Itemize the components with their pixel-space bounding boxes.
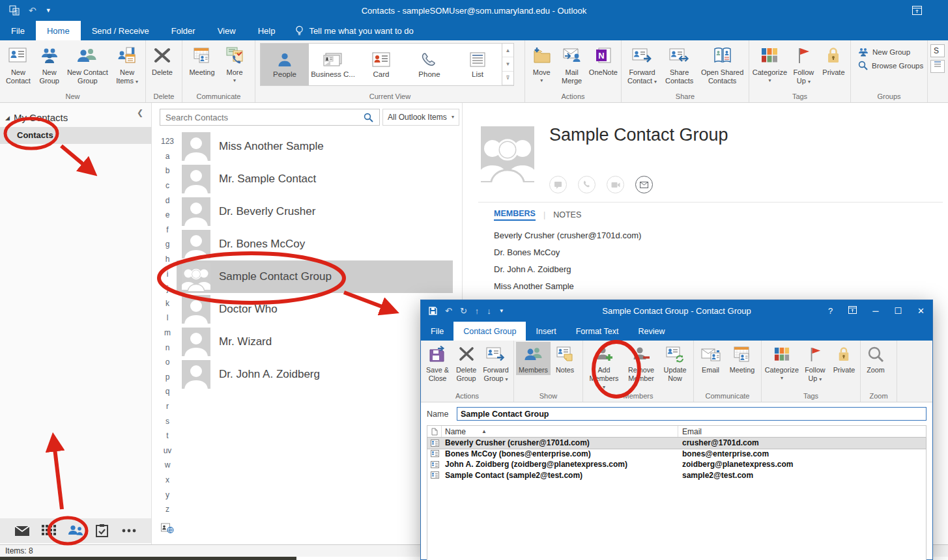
alphabet-letter[interactable]: b	[165, 163, 170, 178]
alphabet-letter[interactable]: e	[165, 208, 170, 223]
browse-groups-button[interactable]: Browse Groups	[853, 59, 928, 72]
move-button[interactable]: Move ▾	[527, 42, 556, 84]
tab-members[interactable]: MEMBERS	[494, 209, 536, 221]
new-items-button[interactable]: New Items ▾	[111, 42, 143, 86]
alphabet-letter[interactable]: uv	[164, 443, 172, 458]
redo-icon[interactable]: ↻	[460, 306, 467, 316]
down-arrow-icon[interactable]: ↓	[487, 306, 491, 316]
undo-icon[interactable]: ↶	[445, 306, 452, 316]
tab-help[interactable]: Help	[247, 21, 287, 40]
header-doc-icon[interactable]	[427, 426, 442, 437]
view-card[interactable]: Card	[357, 44, 405, 85]
dialog-tab-contact-group[interactable]: Contact Group	[453, 322, 526, 341]
gallery-scroll-up-icon[interactable]: ▲	[502, 44, 513, 57]
call-action-icon[interactable]	[578, 176, 596, 193]
member-item[interactable]: Dr. John A. Zoidberg	[494, 264, 641, 274]
tab-notes[interactable]: NOTES	[553, 210, 581, 219]
meeting-button[interactable]: Meeting	[184, 42, 220, 77]
chat-action-icon[interactable]	[549, 176, 567, 193]
member-table-row[interactable]: John A. Zoidberg (zoidberg@planetexpress…	[427, 459, 926, 470]
forward-contact-button[interactable]: Forward Contact ▾	[624, 42, 661, 86]
tab-send-receive[interactable]: Send / Receive	[81, 21, 160, 40]
save-icon[interactable]	[429, 307, 437, 315]
alphabet-letter[interactable]: o	[165, 355, 170, 370]
alphabet-letter[interactable]: g	[165, 237, 170, 252]
contact-row[interactable]: Dr. Bones McCoy	[177, 228, 453, 260]
maximize-icon[interactable]: ☐	[894, 306, 902, 316]
alphabet-letter[interactable]: c	[165, 178, 169, 193]
contact-row[interactable]: Mr. Wizard	[177, 326, 453, 358]
dialog-tab-format-text[interactable]: Format Text	[566, 322, 629, 341]
search-scope-dropdown[interactable]: All Outlook Items ▾	[382, 109, 459, 126]
tell-me-box[interactable]: Tell me what you want to do	[286, 21, 422, 40]
tasks-nav-icon[interactable]	[91, 521, 113, 540]
member-item[interactable]: Dr. Bones McCoy	[494, 247, 641, 257]
search-contacts-input[interactable]	[160, 113, 358, 122]
alphabet-letter[interactable]: 123	[161, 134, 174, 149]
gallery-more-icon[interactable]: ⊽	[502, 72, 513, 85]
delete-button[interactable]: Delete	[148, 42, 177, 77]
add-members-button[interactable]: Add Members ▾	[585, 342, 623, 391]
update-now-button[interactable]: Update Now	[659, 342, 691, 383]
tab-folder[interactable]: Folder	[160, 21, 207, 40]
zoom-button[interactable]: Zoom	[863, 342, 889, 375]
contact-row[interactable]: Mr. Sample Contact	[177, 163, 453, 195]
ribbon-display-options-icon[interactable]	[912, 6, 922, 15]
new-group-small-button[interactable]: New Group	[853, 46, 915, 59]
contact-row-selected[interactable]: Sample Contact Group	[177, 260, 453, 293]
tab-view[interactable]: View	[207, 21, 247, 40]
search-contacts-box[interactable]	[160, 109, 380, 126]
view-phone[interactable]: Phone	[405, 44, 453, 85]
view-business-card[interactable]: Business C...	[309, 44, 357, 85]
alphabet-letter[interactable]: w	[165, 458, 171, 473]
alphabet-letter[interactable]: x	[165, 473, 169, 488]
alphabet-letter[interactable]: s	[165, 413, 169, 428]
contact-row[interactable]: Dr. Beverly Crusher	[177, 195, 453, 228]
member-table-row[interactable]: Beverly Crusher (crusher@1701d.com) crus…	[427, 438, 926, 449]
column-header-name[interactable]: Name ▲	[442, 426, 678, 437]
new-contact-button[interactable]: New Contact	[2, 42, 35, 86]
members-show-button[interactable]: Members	[516, 342, 551, 375]
contact-row[interactable]: Miss Another Sample	[177, 130, 453, 163]
close-icon[interactable]: ✕	[917, 306, 925, 316]
more-nav-icon[interactable]	[118, 521, 140, 540]
remove-member-button[interactable]: Remove Member	[623, 342, 659, 383]
categorize-button[interactable]: Categorize ▾	[751, 42, 788, 84]
view-people[interactable]: People	[261, 44, 309, 85]
dialog-private-button[interactable]: Private	[830, 342, 858, 375]
private-button[interactable]: Private	[819, 42, 848, 77]
alphabet-letter[interactable]: j	[167, 281, 169, 296]
alphabet-letter[interactable]: d	[165, 193, 170, 208]
member-item[interactable]: Beverly Crusher (crusher@1701d.com)	[494, 231, 641, 240]
member-table-row[interactable]: Bones McCoy (bones@enterprise.com) bones…	[427, 449, 926, 460]
delete-group-button[interactable]: Delete Group	[452, 342, 480, 383]
member-item[interactable]: Miss Another Sample	[494, 281, 641, 291]
customize-qat-icon[interactable]: ▼	[499, 308, 504, 314]
email-button[interactable]: Email	[696, 342, 725, 375]
dialog-categorize-button[interactable]: Categorize ▾	[764, 342, 800, 382]
alphabet-letter[interactable]: f	[166, 223, 168, 238]
alphabet-letter[interactable]: q	[165, 384, 170, 399]
mail-merge-button[interactable]: Mail Merge	[556, 42, 587, 86]
save-close-button[interactable]: Save & Close	[423, 342, 452, 383]
contact-row[interactable]: Dr. John A. Zoidberg	[177, 358, 453, 391]
group-name-input[interactable]	[457, 407, 926, 421]
more-button[interactable]: More ▾	[220, 42, 250, 84]
alphabet-letter[interactable]: y	[165, 487, 169, 502]
alphabet-letter[interactable]: l	[167, 311, 169, 326]
video-action-icon[interactable]	[607, 176, 624, 193]
alphabet-letter[interactable]: h	[165, 252, 170, 267]
onenote-button[interactable]: N OneNote	[588, 42, 619, 77]
alphabet-letter[interactable]: k	[165, 296, 169, 311]
alphabet-letter[interactable]: p	[165, 370, 170, 385]
forward-group-button[interactable]: Forward Group ▾	[480, 342, 511, 383]
member-table-row[interactable]: Sample Contact (sample2@test.com) sample…	[427, 470, 926, 481]
column-header-email[interactable]: Email	[678, 427, 926, 436]
dialog-meeting-button[interactable]: Meeting	[725, 342, 759, 375]
tab-file[interactable]: File	[0, 21, 36, 40]
alphabet-letter[interactable]: z	[165, 502, 169, 517]
view-list[interactable]: List	[453, 44, 502, 85]
alphabet-letter[interactable]: i	[167, 266, 169, 281]
undo-icon[interactable]: ↶	[29, 6, 36, 15]
customize-qat-icon[interactable]: ▼	[46, 8, 51, 14]
